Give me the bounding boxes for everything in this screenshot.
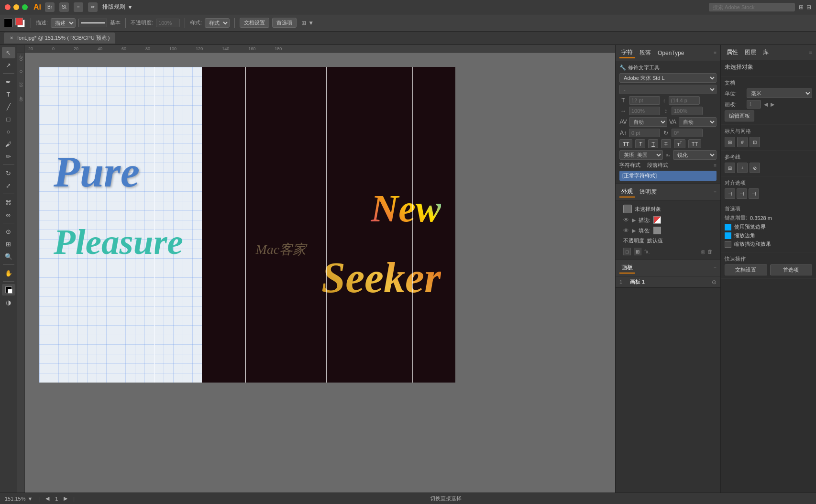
arrow-icon[interactable]: ▼: [308, 20, 314, 26]
align-right-btn[interactable]: ⊣: [749, 188, 759, 199]
tab-library[interactable]: 库: [761, 47, 771, 57]
bold-btn[interactable]: TT: [619, 139, 632, 148]
artboard-input[interactable]: [747, 100, 761, 109]
fill-expand-icon[interactable]: ▶: [632, 228, 636, 234]
tool-rotate[interactable]: ↻: [2, 167, 15, 179]
tab-paragraph[interactable]: 段落: [638, 48, 653, 58]
active-tab[interactable]: ✕ font.jpg* @ 151.15% ( RGB/GPU 预览 ): [4, 33, 115, 44]
superscript-btn[interactable]: TT: [674, 139, 685, 148]
panel-collapse-btn[interactable]: ≡: [714, 50, 717, 55]
fill-color-swatch[interactable]: [4, 19, 12, 27]
guide-icon-3[interactable]: ⊘: [750, 163, 760, 173]
tool-select[interactable]: ↖: [2, 47, 15, 58]
align-center-btn[interactable]: ⊣: [737, 188, 747, 199]
stroke-visibility-icon[interactable]: 👁: [623, 217, 629, 223]
artboard-target-icon[interactable]: ⊙: [712, 279, 717, 285]
align-left-btn[interactable]: ⊣: [725, 188, 735, 199]
tool-pencil[interactable]: ✏: [2, 151, 15, 162]
style-select[interactable]: 样式: [205, 18, 230, 28]
tool-line[interactable]: ╱: [2, 101, 15, 112]
status-nav-next[interactable]: ▶: [64, 495, 67, 502]
tool-zoom[interactable]: 🔍: [2, 251, 15, 262]
italic-btn[interactable]: T: [635, 139, 645, 148]
appear-panel-options[interactable]: ≡: [714, 189, 717, 195]
stroke-color-swatch[interactable]: [653, 216, 661, 224]
kerning-select[interactable]: 自动: [629, 117, 667, 127]
tool-measure[interactable]: ⊞: [2, 238, 15, 250]
rotation-input[interactable]: [672, 129, 703, 137]
fill-swatch[interactable]: [15, 18, 23, 25]
normal-style-item[interactable]: [正常字符样式]: [619, 171, 717, 181]
tab-character[interactable]: 字符: [619, 47, 635, 58]
tool-pen[interactable]: ✒: [2, 76, 15, 88]
brush-icon[interactable]: ≡: [74, 2, 83, 12]
fill-visibility-icon[interactable]: 👁: [623, 227, 629, 234]
bridge-icon[interactable]: Br: [45, 2, 55, 12]
quick-preferences-btn[interactable]: 首选项: [770, 264, 813, 275]
new-item-icon[interactable]: □: [623, 248, 631, 255]
tool-hand[interactable]: ✋: [2, 267, 15, 279]
guide-icon-2[interactable]: +: [737, 163, 748, 173]
grid-snap-icon[interactable]: ⊡: [750, 137, 760, 147]
guide-icon-1[interactable]: ⊞: [725, 163, 735, 173]
appear-delete-icon[interactable]: 🗑: [707, 249, 713, 255]
fill-color-swatch-appear[interactable]: [653, 227, 661, 234]
status-nav-prev[interactable]: ◀: [45, 495, 49, 502]
close-button[interactable]: [5, 4, 11, 10]
tab-artboard[interactable]: 画板: [619, 263, 635, 274]
tab-properties[interactable]: 属性: [725, 47, 740, 57]
allcaps-btn[interactable]: TT: [688, 139, 701, 148]
antialiasing-select[interactable]: 锐化: [673, 150, 717, 160]
strikethrough-btn[interactable]: T: [661, 139, 671, 148]
quick-doc-settings-btn[interactable]: 文档设置: [725, 264, 767, 275]
doc-settings-toolbar-btn[interactable]: 文档设置: [240, 18, 269, 28]
canvas-area[interactable]: Pure New Pleasure Seeker: [25, 53, 615, 493]
stroke-color-area[interactable]: [15, 18, 26, 28]
appear-stroke-row[interactable]: 👁 ▶ 描边:: [619, 215, 717, 225]
minimize-button[interactable]: [13, 4, 19, 10]
tool-type[interactable]: T: [2, 88, 15, 100]
tab-transparency[interactable]: 透明度: [638, 187, 659, 197]
artboard-panel-options[interactable]: ≡: [714, 265, 717, 271]
scale-effects-checkbox[interactable]: [725, 241, 731, 248]
duplicate-item-icon[interactable]: ⊞: [634, 248, 641, 255]
font-size-input[interactable]: [629, 96, 660, 105]
tab-appearance[interactable]: 外观: [619, 186, 635, 197]
stroke-type-select[interactable]: 描述: [51, 18, 76, 28]
leading-input[interactable]: [669, 96, 700, 105]
scale-v-input[interactable]: [672, 107, 703, 115]
appear-hide-icon[interactable]: ◎: [701, 249, 706, 255]
scale-h-input[interactable]: [629, 107, 660, 115]
para-style-label[interactable]: 段落样式: [647, 162, 668, 169]
panel-left-icon[interactable]: ⊞: [799, 4, 804, 11]
char-style-label[interactable]: 字符样式: [619, 162, 640, 169]
font-style-select[interactable]: -: [619, 85, 717, 94]
artboard-next[interactable]: ▶: [771, 101, 774, 108]
adobe-stock-search[interactable]: [709, 3, 795, 11]
fx-icon[interactable]: fx.: [644, 249, 650, 254]
tool-col-sample[interactable]: ⊙: [2, 226, 15, 237]
grid-icon[interactable]: #: [737, 137, 748, 147]
maximize-button[interactable]: [22, 4, 28, 10]
artboard-prev[interactable]: ◀: [764, 101, 768, 108]
panel-right-icon[interactable]: ⊟: [806, 4, 811, 11]
tool-rect[interactable]: □: [2, 113, 15, 125]
ruler-icon[interactable]: ⊞: [725, 137, 735, 147]
language-select[interactable]: 英语: 美国: [619, 150, 663, 160]
style-panel-options[interactable]: ≡: [714, 163, 717, 168]
tool-ellipse[interactable]: ○: [2, 126, 15, 137]
expand-icon[interactable]: ⊞: [301, 20, 306, 26]
fill-stroke-indicator[interactable]: [2, 284, 15, 296]
baseline-input[interactable]: [629, 129, 660, 137]
preview-bounds-checkbox[interactable]: [725, 224, 731, 230]
tool-direct-select[interactable]: ↗: [2, 59, 15, 71]
tab-close-btn[interactable]: ✕: [10, 35, 13, 41]
appear-fill-row[interactable]: 👁 ▶ 填色:: [619, 225, 717, 236]
font-family-select[interactable]: Adobe 宋体 Std L: [619, 73, 717, 83]
stock-icon[interactable]: St: [59, 2, 69, 12]
tab-opentype[interactable]: OpenType: [656, 49, 686, 57]
tool-brush[interactable]: 🖌: [2, 138, 15, 150]
opacity-input[interactable]: [156, 19, 180, 27]
tab-layers[interactable]: 图层: [743, 47, 758, 57]
artboard-row-1[interactable]: 1 画板 1 ⊙: [616, 276, 720, 287]
